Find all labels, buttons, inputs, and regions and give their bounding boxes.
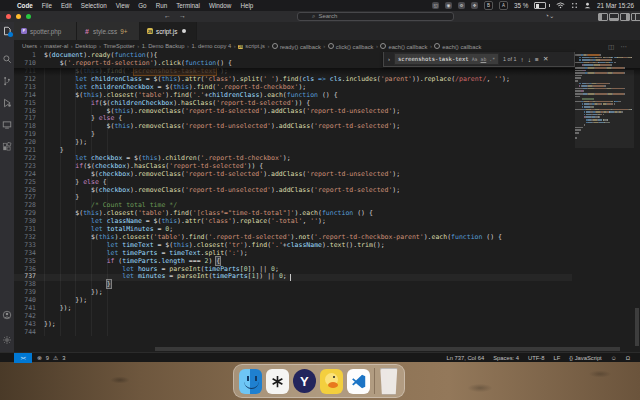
profile-icon[interactable]: ◔⌄ xyxy=(545,12,554,20)
toggle-panel-icon[interactable] xyxy=(609,13,619,21)
battery-icon[interactable] xyxy=(534,2,550,9)
toggle-sidebar-icon[interactable] xyxy=(598,13,608,21)
breadcrumb-item[interactable]: TimeSpotter xyxy=(103,43,134,49)
cursor-position[interactable]: Ln 737, Col 64 xyxy=(446,355,484,361)
history-nav-arrows[interactable]: ←→ xyxy=(164,12,194,19)
menu-item-terminal[interactable]: Terminal xyxy=(176,2,200,9)
search-sidebar-icon[interactable] xyxy=(2,54,12,64)
menu-item-help[interactable]: Help xyxy=(240,2,253,9)
whole-word-icon[interactable]: ab xyxy=(481,57,487,62)
app-menu-code[interactable]: Code xyxy=(17,2,33,9)
horizontal-scrollbar[interactable] xyxy=(155,347,620,351)
find-close-icon[interactable]: ✕ xyxy=(543,55,548,63)
status-app-icon-1[interactable]: ◱ xyxy=(432,2,439,9)
menu-item-go[interactable]: Go xyxy=(138,2,146,9)
menu-item-run[interactable]: Run xyxy=(156,2,168,9)
problems-status[interactable]: ⊗9 ⚠3 xyxy=(37,355,66,361)
menu-item-window[interactable]: Window xyxy=(209,2,231,9)
minimap-line xyxy=(575,70,583,72)
settings-gear-icon[interactable] xyxy=(2,335,12,345)
code-line: 744 xyxy=(14,329,640,337)
dock-vscode-icon[interactable] xyxy=(347,369,370,394)
regex-icon[interactable]: .* xyxy=(489,57,495,62)
extensions-icon[interactable] xyxy=(2,142,12,152)
remote-indicator[interactable]: >< xyxy=(14,353,32,363)
notifications-bell-icon[interactable]: Ω xyxy=(626,355,630,361)
minimap-line xyxy=(621,111,623,113)
dock-chatgpt-icon[interactable] xyxy=(266,369,289,394)
wifi-icon[interactable] xyxy=(556,2,565,9)
dock-yandex-icon[interactable]: Y xyxy=(293,369,316,394)
tab-style.css[interactable]: #style.css9+ xyxy=(77,22,140,40)
breadcrumb-separator: › xyxy=(71,43,73,49)
breadcrumb-item[interactable]: Users xyxy=(22,43,37,49)
dock-finder-icon[interactable] xyxy=(239,369,262,394)
status-app-icon-4[interactable]: ❖ xyxy=(471,2,478,9)
breadcrumb-item[interactable]: each() callback xyxy=(434,43,481,50)
dock-duck-icon[interactable] xyxy=(320,369,343,394)
breadcrumb-item[interactable]: master-al xyxy=(44,43,68,49)
css-file-icon: # xyxy=(84,28,90,34)
breadcrumb-item[interactable]: click() callback xyxy=(328,43,374,50)
explorer-icon[interactable] xyxy=(2,26,12,36)
user-switch-icon[interactable] xyxy=(584,2,591,9)
feedback-icon[interactable]: ☺ xyxy=(611,355,617,361)
minimap-line xyxy=(612,67,624,69)
tab-script.js[interactable]: JSscript.js xyxy=(140,22,197,40)
find-match-count: 1 of 1 xyxy=(503,56,517,62)
vertical-scrollbar[interactable] xyxy=(635,308,639,346)
breadcrumb-item[interactable]: each() callback xyxy=(380,43,427,50)
toggle-secondary-sidebar-icon[interactable] xyxy=(620,13,630,21)
remote-explorer-icon[interactable] xyxy=(2,120,12,130)
code-editor[interactable]: 711 $(this).find('.screenshots-task-text… xyxy=(14,52,640,346)
menu-item-file[interactable]: File xyxy=(42,2,52,9)
status-app-icon-2[interactable]: ◉ xyxy=(445,2,452,9)
language-mode[interactable]: {} JavaScript xyxy=(569,355,602,361)
breadcrumb-item[interactable]: JSscript.js xyxy=(238,43,265,49)
eol-sequence[interactable]: LF xyxy=(553,355,560,361)
breadcrumb-item[interactable]: ready() callback xyxy=(272,43,321,50)
find-input[interactable]: screenshots-task-text Aa ab .* xyxy=(394,53,499,65)
minimize-window-button[interactable] xyxy=(16,14,21,19)
close-window-button[interactable] xyxy=(6,14,11,19)
input-source-icon[interactable] xyxy=(571,2,578,9)
tab-label: style.css xyxy=(93,28,117,35)
minimap-line xyxy=(575,137,577,139)
minimap-line xyxy=(588,54,600,56)
tab-spotter.php[interactable]: Pspotter.php xyxy=(14,22,77,40)
account-icon[interactable] xyxy=(2,310,12,320)
command-center-search[interactable]: ⌕ Search xyxy=(297,12,454,21)
minimap-line xyxy=(624,88,625,90)
minimap-line xyxy=(575,129,581,131)
minimap-line xyxy=(584,106,591,108)
dock-trash-icon[interactable] xyxy=(379,368,399,395)
menu-bar-clock[interactable]: 21 Mar 15:26 xyxy=(597,2,634,9)
customize-layout-icon[interactable] xyxy=(631,13,640,21)
menu-item-edit[interactable]: Edit xyxy=(61,2,72,9)
code-text: }); xyxy=(44,321,56,329)
minimap-line xyxy=(585,70,586,72)
encoding[interactable]: UTF-8 xyxy=(528,355,544,361)
find-next-icon[interactable]: ↓ xyxy=(528,56,531,63)
indentation[interactable]: Spaces: 4 xyxy=(493,355,519,361)
breadcrumb-item[interactable]: 1. demo copy 4 xyxy=(191,43,231,49)
code-text: }); xyxy=(44,305,71,313)
match-case-icon[interactable]: Aa xyxy=(472,57,478,62)
find-in-selection-icon[interactable]: ≡ xyxy=(535,56,539,63)
breadcrumb-item[interactable]: 1. Demo Backup xyxy=(142,43,185,49)
minimap-line xyxy=(599,64,610,66)
run-debug-icon[interactable] xyxy=(2,98,12,108)
zoom-window-button[interactable] xyxy=(26,14,31,19)
find-previous-icon[interactable]: ↑ xyxy=(521,56,524,63)
menu-item-selection[interactable]: Selection xyxy=(81,2,107,9)
menu-item-view[interactable]: View xyxy=(116,2,130,9)
source-control-icon[interactable] xyxy=(2,76,12,86)
breadcrumb-separator: › xyxy=(268,43,270,49)
status-app-icon-a[interactable]: A xyxy=(499,1,508,10)
status-app-icon-b[interactable]: B xyxy=(484,1,493,10)
editor-actions[interactable]: ◫⋯ xyxy=(608,43,633,51)
minimap[interactable] xyxy=(575,52,634,346)
find-expand-chevron-icon[interactable]: › xyxy=(388,56,390,62)
status-app-icon-3[interactable]: ⚙ xyxy=(458,2,465,9)
breadcrumb-item[interactable]: Desktop xyxy=(75,43,96,49)
